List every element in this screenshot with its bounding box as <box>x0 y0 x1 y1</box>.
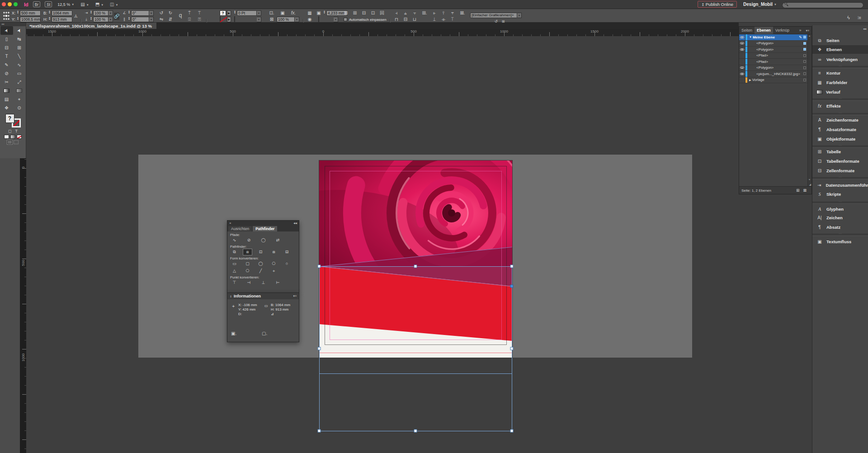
delete-layer-icon[interactable]: ⊠ <box>803 188 807 193</box>
selection-badge[interactable] <box>803 72 806 75</box>
expand-panels-icon[interactable]: ◂◂ <box>863 27 866 31</box>
distribute-options-icon[interactable]: ⊠. <box>458 10 467 16</box>
zoom-level-select[interactable]: 12,5 % <box>57 2 70 7</box>
layer-row-pfad-1[interactable]: <Pfad> <box>739 53 808 59</box>
distribute-left-icon[interactable]: ⫦ <box>430 10 439 16</box>
dock-item-farbfelder[interactable]: ▦Farbfelder <box>812 78 868 87</box>
layer-row-pfad-2[interactable]: <Pfad> <box>739 59 808 65</box>
frame-fitting-icon[interactable]: ◉ <box>306 16 314 22</box>
dock-item-glyphen[interactable]: AGlyphen <box>812 205 868 213</box>
align-options-icon[interactable]: ⊞. <box>420 10 429 16</box>
shear-dropdown-icon[interactable]: ▼ <box>149 17 154 22</box>
convert-to-orthogonal-line-icon[interactable]: ＋ <box>269 268 278 274</box>
minus-back-icon[interactable]: ⊟ <box>283 249 291 255</box>
scale-x-dropdown-icon[interactable]: ▼ <box>108 10 113 16</box>
stroke-weight-dropdown-icon[interactable]: ▼ <box>257 10 261 16</box>
control-panel-menu-icon[interactable]: ⫶≡ <box>855 15 863 21</box>
rotate-cw-icon[interactable]: ↻ <box>166 10 175 16</box>
fill-dropdown-icon[interactable]: ▶ <box>227 10 231 16</box>
dock-item-datenzusammenfuehrung[interactable]: ⇥Datenzusammenführ… <box>812 181 868 189</box>
screen-mode-button[interactable]: ⬒▼ <box>95 2 104 7</box>
open-path-icon[interactable]: ⊘ <box>245 237 253 243</box>
panel-close-icon[interactable]: × <box>229 221 231 225</box>
flip-vertical-icon[interactable]: ⇵ <box>166 16 175 22</box>
visibility-toggle[interactable] <box>739 53 745 59</box>
publish-online-button[interactable]: ↥ Publish Online <box>698 1 737 8</box>
effects-button[interactable]: fx. <box>289 10 297 16</box>
exclude-overlap-icon[interactable]: ⧇ <box>269 249 278 255</box>
opacity-dropdown-icon[interactable]: ▼ <box>295 17 299 22</box>
select-container-icon[interactable]: ⍑ <box>185 10 193 16</box>
dock-divider[interactable] <box>812 234 868 236</box>
expand-icon[interactable]: ▼ <box>749 36 752 38</box>
clear-transformations-icon[interactable]: q <box>176 13 184 19</box>
join-path-icon[interactable]: ∿ <box>230 237 239 243</box>
apply-color-button[interactable] <box>4 135 9 139</box>
distribute-top-icon[interactable]: ⟘ <box>430 16 439 22</box>
center-content-icon[interactable]: 回 <box>378 10 386 16</box>
drop-shadow-icon[interactable]: ▣ <box>278 10 287 16</box>
fill-proxy[interactable]: ? <box>5 114 14 123</box>
shear-field[interactable]: 0° <box>131 17 149 22</box>
tab-pathfinder[interactable]: Pathfinder <box>253 226 277 231</box>
selection-badge[interactable] <box>803 36 806 38</box>
dock-divider[interactable] <box>812 66 868 68</box>
selection-badge[interactable] <box>803 48 806 51</box>
dock-item-seiten[interactable]: ⧉Seiten <box>812 36 868 45</box>
plain-point-icon[interactable]: ⊤ <box>230 280 239 286</box>
apply-gradient-button[interactable] <box>10 135 15 139</box>
note-tool[interactable]: ▤ <box>0 95 13 104</box>
scale-x-stepper[interactable]: ▲ ▼ <box>90 10 93 14</box>
selection-badge[interactable] <box>803 54 806 57</box>
y-field[interactable]: 1008,5 mm <box>20 17 41 22</box>
visibility-toggle[interactable] <box>739 34 745 40</box>
intersect-shapes-icon[interactable]: ⊡ <box>256 249 265 255</box>
pencil-tool[interactable]: ∿ <box>13 61 26 69</box>
content-collector-tool[interactable]: ⊟ <box>0 43 13 52</box>
stroke-style-dropdown-icon[interactable]: ▼ <box>257 17 261 22</box>
reference-point-proxy[interactable] <box>3 11 10 21</box>
line-tool[interactable]: ╲ <box>13 52 26 61</box>
flip-horizontal-icon[interactable]: ⇋ <box>157 16 165 22</box>
constrain-dimensions-icon[interactable]: 🜛 <box>73 13 79 19</box>
dock-item-tabellenformate[interactable]: ⊡Tabellenformate <box>812 157 868 165</box>
direct-selection-tool[interactable]: ➤ <box>13 26 26 35</box>
fill-stroke-proxy[interactable]: ? <box>5 114 21 127</box>
dock-item-absatz[interactable]: ¶Absatz <box>812 223 868 231</box>
scissors-tool[interactable]: ✂ <box>0 78 13 86</box>
align-center-v-icon[interactable]: ⊟ <box>401 16 410 22</box>
maximize-window-icon[interactable] <box>14 2 18 6</box>
selection-badge[interactable] <box>803 60 806 63</box>
fit-content-to-frame-icon[interactable]: ⊡ <box>369 10 377 16</box>
dock-item-verknuepfungen[interactable]: ∞Verknüpfungen <box>812 55 868 64</box>
convert-to-line-icon[interactable]: ╱ <box>256 268 265 274</box>
distribute-right-icon[interactable]: ⫧ <box>448 10 457 16</box>
visibility-toggle[interactable] <box>739 47 745 52</box>
dock-item-zeichenformate[interactable]: AZeichenformate <box>812 116 868 124</box>
panel-menu-icon[interactable]: ▾≡ <box>293 294 297 298</box>
fit-frame-to-content-icon[interactable]: ⊟ <box>360 10 368 16</box>
dock-item-verlauf[interactable]: Verlauf <box>812 88 868 96</box>
convert-to-polygon-icon[interactable]: ⎔ <box>269 261 278 267</box>
align-center-h-icon[interactable]: ⫨ <box>401 10 410 16</box>
dock-item-effekte[interactable]: fxEffekte <box>812 102 868 110</box>
dock-item-kontur[interactable]: ≡Kontur <box>812 69 868 77</box>
formatting-text-icon[interactable]: T <box>15 129 18 133</box>
rotation-field[interactable]: 0° <box>131 10 149 16</box>
selection-badge[interactable] <box>803 42 806 45</box>
tab-seiten[interactable]: Seiten <box>739 27 755 34</box>
quick-apply-lightning-icon[interactable]: ϟ <box>844 15 853 21</box>
stroke-type-dropdown-icon[interactable]: ▼ <box>334 17 338 22</box>
preview-mode-button[interactable] <box>14 140 19 144</box>
constrain-scale-icon[interactable]: 🔗 <box>114 13 119 20</box>
rose-photo[interactable] <box>319 160 512 266</box>
width-stepper[interactable]: ▲ ▼ <box>48 10 51 14</box>
close-path-icon[interactable]: ◯ <box>259 237 268 243</box>
layer-row-vorlage[interactable]: ▶ Vorlage <box>739 77 808 84</box>
apply-none-button[interactable] <box>17 135 22 139</box>
tab-ausrichten[interactable]: Ausrichten <box>228 226 252 231</box>
pen-tool[interactable]: ✎ <box>0 61 13 69</box>
type-tool[interactable]: T <box>0 52 13 61</box>
visibility-toggle[interactable] <box>739 59 745 65</box>
eyedropper-tool[interactable]: ⌖ <box>13 95 26 104</box>
